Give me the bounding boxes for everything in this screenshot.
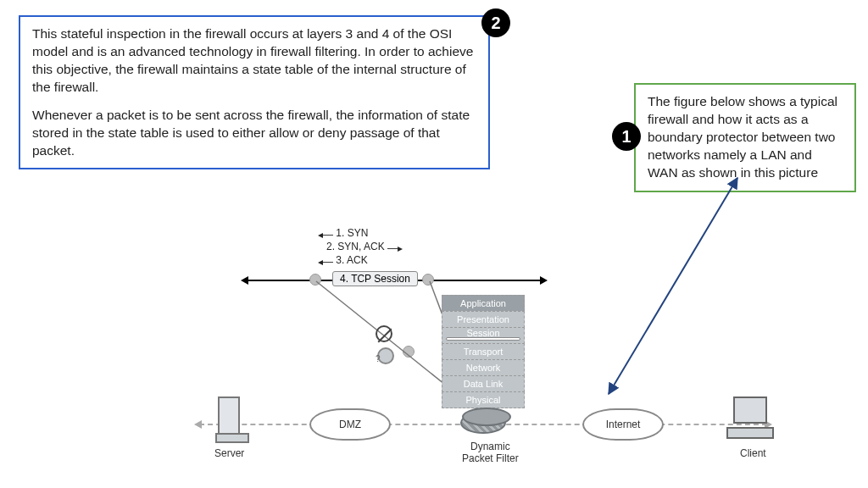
firewall-diagram: ◂— 1. SYN 2. SYN, ACK —▸ ◂— 3. ACK 4. TC…: [191, 227, 784, 481]
osi-layer-application: Application: [442, 295, 525, 312]
osi-layer-transport: Transport: [442, 343, 525, 360]
callout1-text: The figure below shows a typical firewal…: [648, 94, 837, 180]
callout-badge-2: 2: [481, 8, 510, 37]
client-base-icon: [726, 427, 774, 439]
server-label: Server: [214, 447, 244, 459]
client-monitor-icon: [733, 396, 767, 424]
dynamic-filter-label: Dynamic Packet Filter: [462, 441, 519, 464]
callout-stateful-inspection: This stateful inspection in the firewall…: [19, 15, 490, 169]
callout2-para2: Whenever a packet is to be sent across t…: [32, 107, 476, 160]
osi-layer-presentation: Presentation: [442, 311, 525, 328]
osi-layer-session: Session: [442, 327, 525, 344]
badge-number: 2: [491, 14, 500, 33]
internet-cloud: Internet: [582, 408, 664, 441]
client-label: Client: [740, 447, 766, 459]
server-icon: [218, 396, 240, 439]
callout2-para1: This stateful inspection in the firewall…: [32, 25, 476, 97]
handshake-step2: 2. SYN, ACK —▸: [326, 241, 403, 252]
osi-stack: Application Presentation Session Transpo…: [442, 295, 525, 408]
osi-layer-data-link: Data Link: [442, 375, 525, 392]
osi-layer-physical: Physical: [442, 391, 525, 408]
blocked-icon: [376, 325, 392, 342]
dmz-cloud: DMZ: [309, 408, 391, 441]
callout-badge-1: 1: [612, 122, 641, 151]
badge-number: 1: [621, 127, 631, 147]
osi-layer-network: Network: [442, 359, 525, 376]
router-icon: [460, 412, 506, 434]
handshake-step1: ◂— 1. SYN: [318, 227, 368, 239]
handshake-step3: ◂— 3. ACK: [318, 254, 368, 266]
